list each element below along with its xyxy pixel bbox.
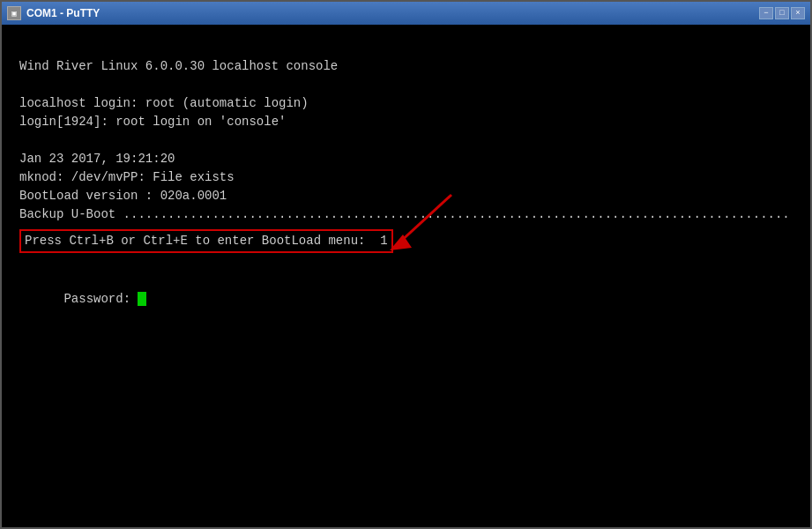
terminal-output[interactable]: Wind River Linux 6.0.0.30 localhost cons… — [2, 25, 810, 527]
close-button[interactable]: × — [791, 7, 805, 19]
window-title: COM1 - PuTTY — [26, 7, 754, 19]
maximize-button[interactable]: □ — [775, 7, 789, 19]
title-bar: ▣ COM1 - PuTTY − □ × — [2, 2, 810, 25]
highlight-line-wrapper: Press Ctrl+B or Ctrl+E to enter BootLoad… — [19, 227, 793, 253]
terminal-line-8: mknod: /dev/mvPP: File exists — [19, 168, 793, 187]
minimize-button[interactable]: − — [759, 7, 773, 19]
password-label: Password: — [63, 292, 138, 306]
app-icon: ▣ — [7, 6, 21, 20]
terminal-line-blank3 — [19, 131, 793, 150]
terminal-line-2: Wind River Linux 6.0.0.30 localhost cons… — [19, 57, 793, 76]
putty-window: ▣ COM1 - PuTTY − □ × Wind River Linux 6.… — [0, 0, 812, 529]
terminal-line-9: BootLoad version : 020a.0001 — [19, 187, 793, 205]
terminal-line-blank4 — [19, 253, 793, 272]
terminal-line-4: localhost login: root (automatic login) — [19, 94, 793, 113]
terminal-line-password: Password: — [19, 272, 793, 327]
window-controls: − □ × — [759, 7, 805, 19]
bootload-highlight-box: Press Ctrl+B or Ctrl+E to enter BootLoad… — [19, 229, 393, 253]
terminal-line-7: Jan 23 2017, 19:21:20 — [19, 150, 793, 168]
terminal-line-blank1 — [19, 39, 793, 57]
terminal-line-5: login[1924]: root login on 'console' — [19, 113, 793, 131]
terminal-line-blank2 — [19, 76, 793, 94]
terminal-cursor — [138, 292, 146, 306]
terminal-line-10: Backup U-Boot ..........................… — [19, 205, 793, 224]
